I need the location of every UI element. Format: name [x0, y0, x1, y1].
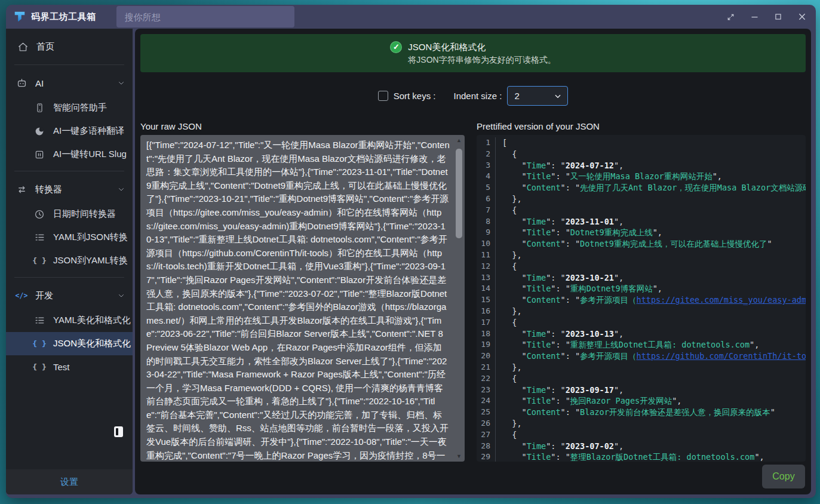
sidebar-item[interactable]: { }Test: [6, 355, 133, 379]
vertical-scrollbar[interactable]: ▲ ▼: [455, 137, 463, 460]
line-number: 28: [477, 441, 496, 452]
sidebar-item-label: JSON到YAML转换: [53, 255, 128, 266]
sidebar-group[interactable]: AI: [6, 70, 133, 96]
copy-button[interactable]: Copy: [762, 465, 805, 488]
line-number: 25: [477, 407, 496, 418]
code-icon: </>: [16, 291, 27, 300]
sidebar-item[interactable]: 智能问答助手: [6, 96, 133, 119]
maximize-icon[interactable]: [773, 11, 784, 22]
code-line: 10 "Content": "Dotnet9重构完成上线，可以在此基础上慢慢优化…: [477, 238, 806, 250]
code-line: 12 {: [477, 261, 806, 272]
sidebar-group-label: 开发: [35, 290, 53, 302]
code-line: 13 "Time": "2023-10-21",: [477, 272, 806, 284]
line-number: 20: [477, 351, 496, 362]
app-window: 码界工坊工具箱 首页AI智能问答助手AI一键多语种翻译AI一键转URL S: [6, 5, 816, 498]
settings-button[interactable]: 设置: [6, 469, 133, 494]
line-number: 11: [477, 250, 496, 261]
code-line: 9 "Title": "Dotnet9重构完成上线",: [477, 227, 806, 238]
code-line: 8 "Time": "2023-11-01",: [477, 216, 806, 228]
code-line: 25 "Content": "Blazor开发前台体验还是差强人意，换回原来的版…: [477, 407, 806, 418]
line-number: 8: [477, 216, 496, 228]
line-number: 3: [477, 160, 496, 171]
indent-size-select[interactable]: 2: [507, 86, 568, 106]
code-line: 29 "Title": "整理Blazor版Dotnet工具箱: dotneto…: [477, 451, 806, 462]
sidebar-item[interactable]: YAML美化和格式化: [6, 309, 133, 332]
swap-icon: [16, 184, 27, 195]
code-line: 24 "Title": "挽回Razor Pages开发网站",: [477, 395, 806, 407]
sidebar: 首页AI智能问答助手AI一键多语种翻译AI一键转URL Slug转换器日期时间转…: [6, 29, 133, 494]
sidebar-item-home[interactable]: 首页: [6, 33, 133, 60]
settings-label: 设置: [60, 477, 78, 488]
list-icon: [33, 232, 45, 243]
code-line: 16 },: [477, 306, 806, 317]
desktop-background: 码界工坊工具箱 首页AI智能问答助手AI一键多语种翻译AI一键转URL S: [0, 0, 820, 504]
raw-json-label: Your raw JSON: [140, 121, 465, 135]
line-number: 23: [477, 385, 496, 396]
braces-icon: { }: [33, 256, 45, 265]
sidebar-item[interactable]: AI一键多语种翻译: [6, 119, 133, 143]
indent-size-label: Indent size :: [453, 91, 502, 101]
line-number: 5: [477, 182, 496, 193]
prettified-json-view[interactable]: 1[2 {3 "Time": "2024-07-12",4 "Title": "…: [477, 135, 806, 462]
expand-icon[interactable]: [725, 11, 736, 22]
line-number: 7: [477, 205, 496, 216]
line-number: 10: [477, 238, 496, 250]
sidebar-group-label: 转换器: [35, 184, 62, 195]
scroll-up-icon[interactable]: ▲: [455, 137, 463, 144]
chevron-down-icon[interactable]: [117, 79, 125, 87]
search-input[interactable]: [116, 6, 294, 27]
braces-icon: { }: [33, 362, 45, 371]
options-row: Sort keys : Indent size : 2: [140, 86, 806, 106]
code-line: 21 },: [477, 362, 806, 373]
line-number: 9: [477, 227, 496, 238]
prettified-json-panel: Prettified version of your JSON 1[2 {3 "…: [477, 121, 806, 462]
sidebar-item[interactable]: { }JSON美化和格式化: [6, 332, 133, 355]
line-number: 27: [477, 429, 496, 441]
collapse-sidebar-icon[interactable]: [114, 426, 123, 437]
raw-json-textarea[interactable]: [{"Time":"2024-07-12","Title":"又一轮使用Masa…: [140, 135, 465, 462]
content-row: 首页AI智能问答助手AI一键多语种翻译AI一键转URL Slug转换器日期时间转…: [6, 29, 816, 498]
code-line: 4 "Title": "又一轮使用Masa Blazor重构网站开始",: [477, 171, 806, 182]
sidebar-item-label: JSON美化和格式化: [53, 338, 131, 349]
code-line: 28 "Time": "2023-07-02",: [477, 441, 806, 452]
chevron-down-icon[interactable]: [117, 291, 125, 300]
close-icon[interactable]: [797, 11, 807, 22]
code-line: 14 "Title": "重构Dotnet9博客网站",: [477, 283, 806, 294]
indent-size-value: 2: [514, 91, 519, 101]
sidebar-group[interactable]: 转换器: [6, 176, 133, 202]
sidebar-items: 首页AI智能问答助手AI一键多语种翻译AI一键转URL Slug转换器日期时间转…: [6, 33, 133, 469]
editor-panels: Your raw JSON [{"Time":"2024-07-12","Tit…: [140, 121, 806, 462]
scrollbar-thumb[interactable]: [456, 149, 462, 238]
window-controls: [725, 11, 807, 22]
line-number: 17: [477, 317, 496, 328]
sidebar-group-label: AI: [35, 78, 44, 88]
sidebar-item[interactable]: 日期时间转换器: [6, 202, 133, 226]
banner-subtitle: 将JSON字符串修饰为友好的可读格式。: [408, 54, 555, 66]
titlebar: 码界工坊工具箱: [6, 5, 816, 29]
sidebar-item-label: YAML到JSON转换: [53, 232, 128, 243]
sidebar-item-label: YAML美化和格式化: [53, 315, 131, 326]
minimize-icon[interactable]: [749, 11, 760, 22]
code-line: 15 "Content": "参考开源项目（https://gitee.com/…: [477, 294, 806, 306]
sidebar-item[interactable]: YAML到JSON转换: [6, 226, 133, 249]
scroll-down-icon[interactable]: ▼: [455, 453, 463, 460]
sidebar-item-label: 首页: [36, 41, 54, 53]
raw-json-content: [{"Time":"2024-07-12","Title":"又一轮使用Masa…: [146, 139, 450, 462]
line-number: 4: [477, 171, 496, 182]
home-icon: [17, 41, 29, 53]
main-panel: ✓ JSON美化和格式化 将JSON字符串修饰为友好的可读格式。 Sort ke…: [135, 29, 811, 494]
sort-keys-checkbox[interactable]: [378, 91, 388, 101]
code-line: 6 },: [477, 193, 806, 205]
line-number: 19: [477, 339, 496, 351]
sidebar-group[interactable]: </>开发: [6, 282, 133, 309]
sidebar-item-label: AI一键转URL Slug: [53, 149, 127, 160]
line-number: 21: [477, 362, 496, 373]
code-line: 5 "Content": "先使用了几天Ant Blazor，现在使用Masa …: [477, 182, 806, 193]
line-number: 13: [477, 272, 496, 284]
app-logo-icon: [12, 9, 27, 24]
sidebar-item[interactable]: AI一键转URL Slug: [6, 143, 133, 166]
success-check-icon: ✓: [390, 41, 402, 53]
sidebar-item[interactable]: { }JSON到YAML转换: [6, 249, 133, 272]
chevron-down-icon[interactable]: [117, 185, 125, 193]
line-number: 18: [477, 328, 496, 340]
